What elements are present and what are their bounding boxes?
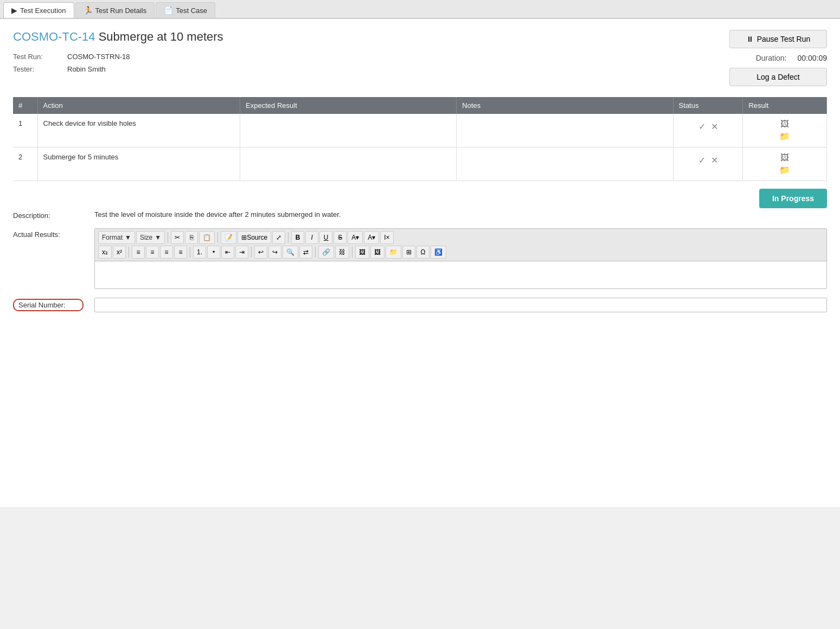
pass-icon[interactable]: ✓ xyxy=(698,155,706,165)
paste-text-button[interactable]: 📝 xyxy=(221,231,236,244)
page-title: COSMO-TC-14 Submerge at 10 meters xyxy=(13,30,223,44)
bg-color-button[interactable]: A▾ xyxy=(364,231,379,244)
table-button[interactable]: ⊞ xyxy=(402,246,415,259)
bottom-section: Description: Test the level of moisture … xyxy=(13,210,827,312)
row-2-result: 🖼 📁 xyxy=(743,147,827,181)
separator xyxy=(315,247,316,258)
separator xyxy=(217,232,218,243)
chevron-down-icon: ▼ xyxy=(155,234,161,241)
add-image-icon[interactable]: 🖼 xyxy=(780,119,789,129)
align-right-button[interactable]: ≡ xyxy=(160,246,173,259)
copy-button[interactable]: ⎘ xyxy=(185,231,198,244)
tester-row: Tester: Robin Smith xyxy=(13,65,223,73)
fail-icon[interactable]: ✕ xyxy=(711,121,718,132)
align-center-button[interactable]: ≡ xyxy=(146,246,159,259)
col-status: Status xyxy=(673,97,743,114)
folder-icon[interactable]: 📁 xyxy=(779,165,790,175)
redo-button[interactable]: ↪ xyxy=(268,246,281,259)
tab-test-execution[interactable]: ▶ Test Execution xyxy=(3,2,74,18)
cut-button[interactable]: ✂ xyxy=(171,231,184,244)
font-color-button[interactable]: A▾ xyxy=(348,231,363,244)
actual-results-input[interactable] xyxy=(95,261,826,288)
tab-bar: ▶ Test Execution 🏃 Test Run Details 📄 Te… xyxy=(0,0,840,19)
undo-button[interactable]: ↩ xyxy=(254,246,267,259)
separator xyxy=(190,247,190,258)
header-left: COSMO-TC-14 Submerge at 10 meters Test R… xyxy=(13,30,223,78)
image2-button[interactable]: 🖼 xyxy=(370,246,384,259)
superscript-button[interactable]: x² xyxy=(113,246,126,259)
row-2-notes[interactable] xyxy=(457,147,673,181)
underline-button[interactable]: U xyxy=(319,231,332,244)
bold-button[interactable]: B xyxy=(291,231,304,244)
col-result: Result xyxy=(743,97,827,114)
pause-icon: ⏸ xyxy=(746,35,754,43)
align-justify-button[interactable]: ≡ xyxy=(174,246,187,259)
align-left-button[interactable]: ≡ xyxy=(132,246,145,259)
serial-number-label: Serial Number: xyxy=(13,299,84,311)
folder-icon[interactable]: 📁 xyxy=(779,131,790,142)
special-char-button[interactable]: Ω xyxy=(416,246,429,259)
row-1-status: ✓ ✕ xyxy=(673,114,743,147)
indent-button[interactable]: ⇥ xyxy=(235,246,248,259)
tab-test-case[interactable]: 📄 Test Case xyxy=(156,2,215,18)
source-button[interactable]: ⊞ Source xyxy=(238,231,271,244)
main-content: COSMO-TC-14 Submerge at 10 meters Test R… xyxy=(0,19,840,507)
test-run-row: Test Run: COSMO-TSTRN-18 xyxy=(13,53,223,61)
serial-number-input[interactable] xyxy=(94,298,827,312)
tab-test-run-details[interactable]: 🏃 Test Run Details xyxy=(75,2,155,18)
separator xyxy=(288,232,288,243)
pause-test-run-button[interactable]: ⏸ Pause Test Run xyxy=(729,30,827,48)
log-defect-button[interactable]: Log a Defect xyxy=(729,68,827,86)
link-button[interactable]: 🔗 xyxy=(318,246,334,259)
table-header-row: # Action Expected Result Notes Status Re… xyxy=(13,97,827,114)
table-row: 2 Submerge for 5 minutes ✓ ✕ 🖼 📁 xyxy=(13,147,827,181)
actual-results-editor: Format ▼ Size ▼ ✂ ⎘ 📋 📝 xyxy=(94,228,827,289)
separator xyxy=(168,232,168,243)
subscript-button[interactable]: x₂ xyxy=(98,246,112,259)
format-dropdown[interactable]: Format ▼ xyxy=(98,231,135,244)
clear-format-button[interactable]: I× xyxy=(380,231,393,244)
replace-button[interactable]: ⇄ xyxy=(299,246,312,259)
separator xyxy=(129,247,129,258)
toolbar-row-2: x₂ x² ≡ ≡ ≡ ≡ 1. • ⇤ ⇥ ↩ ↪ xyxy=(98,246,823,259)
outdent-button[interactable]: ⇤ xyxy=(221,246,234,259)
unlink-button[interactable]: ⛓ xyxy=(335,246,349,259)
image-button[interactable]: 🖼 xyxy=(355,246,369,259)
ordered-list-button[interactable]: 1. xyxy=(193,246,206,259)
duration-row: Duration: 00:00:09 xyxy=(756,54,827,62)
actual-results-row: Actual Results: Format ▼ Size ▼ xyxy=(13,228,827,289)
strikethrough-button[interactable]: S xyxy=(334,231,347,244)
separator xyxy=(251,247,252,258)
folder2-button[interactable]: 📁 xyxy=(386,246,401,259)
row-2-num: 2 xyxy=(13,147,37,181)
separator xyxy=(352,247,352,258)
maximize-button[interactable]: ⤢ xyxy=(272,231,285,244)
chevron-down-icon: ▼ xyxy=(125,234,131,241)
row-1-result: 🖼 📁 xyxy=(743,114,827,147)
italic-button[interactable]: I xyxy=(305,231,318,244)
col-num: # xyxy=(13,97,37,114)
in-progress-button[interactable]: In Progress xyxy=(759,189,827,208)
col-action: Action xyxy=(37,97,240,114)
description-row: Description: Test the level of moisture … xyxy=(13,210,827,220)
accessibility-button[interactable]: ♿ xyxy=(431,246,446,259)
row-2-action: Submerge for 5 minutes xyxy=(37,147,240,181)
toolbar-row-1: Format ▼ Size ▼ ✂ ⎘ 📋 📝 xyxy=(98,231,823,244)
unordered-list-button[interactable]: • xyxy=(207,246,220,259)
test-steps-table: # Action Expected Result Notes Status Re… xyxy=(13,97,827,181)
row-1-num: 1 xyxy=(13,114,37,147)
pass-icon[interactable]: ✓ xyxy=(698,121,706,132)
add-image-icon[interactable]: 🖼 xyxy=(780,153,789,163)
editor-toolbar: Format ▼ Size ▼ ✂ ⎘ 📋 📝 xyxy=(95,229,826,261)
find-button[interactable]: 🔍 xyxy=(283,246,298,259)
document-icon: 📄 xyxy=(164,6,173,15)
play-icon: ▶ xyxy=(11,6,17,15)
size-dropdown[interactable]: Size ▼ xyxy=(136,231,165,244)
header-right: ⏸ Pause Test Run Duration: 00:00:09 Log … xyxy=(729,30,827,86)
col-notes: Notes xyxy=(457,97,673,114)
row-2-expected xyxy=(240,147,457,181)
paste-button[interactable]: 📋 xyxy=(199,231,215,244)
row-1-notes[interactable] xyxy=(457,114,673,147)
fail-icon[interactable]: ✕ xyxy=(711,155,718,165)
row-1-action: Check device for visible holes xyxy=(37,114,240,147)
